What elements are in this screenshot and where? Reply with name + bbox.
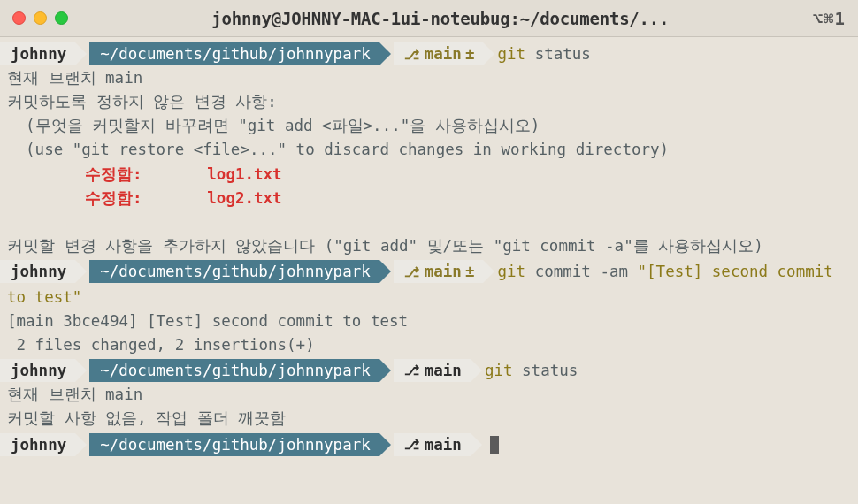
output-line: 커밋할 변경 사항을 추가하지 않았습니다 ("git add" 및/또는 "g… [0,234,858,258]
prompt-branch-segment: ⎇main [394,359,471,382]
modified-label: 수정함: [85,189,142,207]
prompt-branch: main [425,45,462,63]
command-args: status [522,362,578,379]
prompt-branch: main [425,432,462,457]
window-titlebar: johnny@JOHNNY-MAC-1ui-noteubug:~/documen… [0,0,858,37]
prompt-user-segment: johnny [0,42,75,65]
prompt-line: johnny~/documents/github/johnnypark⎇main… [0,258,858,309]
prompt-line: johnny~/documents/github/johnnypark⎇main… [0,41,858,66]
output-line: (무엇을 커밋할지 바꾸려면 "git add <파일>..."을 사용하십시오… [0,114,858,138]
close-icon[interactable] [12,11,26,25]
dirty-marker: ± [465,263,475,280]
command-git: git [497,263,525,280]
command-git: git [485,362,513,379]
output-line: (use "git restore <file>..." to discard … [0,138,858,162]
modified-file: log2.txt [207,189,281,207]
command-args: status [535,45,591,63]
window-shortcut: ⌥⌘1 [813,9,846,28]
prompt-path: ~/documents/github/johnnypark [100,42,371,66]
git-branch-icon: ⎇ [404,358,419,383]
prompt-branch: main [425,358,462,383]
prompt-user-segment: johnny [0,433,75,456]
prompt-path-segment: ~/documents/github/johnnypark [89,433,379,456]
prompt-path: ~/documents/github/johnnypark [100,259,371,284]
git-branch-icon: ⎇ [404,432,419,457]
prompt-user: johnny [11,432,66,457]
prompt-branch-segment: ⎇main± [394,42,484,65]
prompt-path-segment: ~/documents/github/johnnypark [89,359,379,382]
git-branch-icon: ⎇ [404,47,419,63]
output-line: 현재 브랜치 main [0,66,858,90]
traffic-lights [12,11,68,25]
cursor-icon [490,436,499,454]
terminal-output[interactable]: johnny~/documents/github/johnnypark⎇main… [0,37,858,456]
window-title: johnny@JOHNNY-MAC-1ui-noteubug:~/documen… [76,9,805,28]
prompt-path: ~/documents/github/johnnypark [100,432,371,457]
prompt-user-segment: johnny [0,260,75,283]
output-line: [main 3bce494] [Test] second commit to t… [0,309,858,333]
maximize-icon[interactable] [55,11,68,25]
prompt-user-segment: johnny [0,359,75,382]
prompt-branch: main [425,263,462,280]
command-args: commit -am [535,263,628,280]
blank-line [0,210,858,234]
prompt-line: johnny~/documents/github/johnnypark⎇main… [0,357,858,383]
output-line: 커밋하도록 정하지 않은 변경 사항: [0,90,858,114]
output-line: 커밋할 사항 없음, 작업 폴더 깨끗함 [0,407,858,431]
prompt-branch-segment: ⎇main [394,433,471,456]
output-line: 수정함: log1.txt [0,163,858,187]
prompt-user: johnny [11,42,66,66]
modified-label: 수정함: [85,165,142,183]
prompt-user: johnny [11,259,66,284]
prompt-path-segment: ~/documents/github/johnnypark [89,42,379,65]
output-line: 수정함: log2.txt [0,187,858,210]
modified-file: log1.txt [207,165,281,183]
prompt-line-current[interactable]: johnny~/documents/github/johnnypark⎇main [0,431,858,456]
prompt-branch-segment: ⎇main± [394,260,484,283]
output-line: 2 files changed, 2 insertions(+) [0,333,858,357]
command-git: git [497,45,525,63]
prompt-path: ~/documents/github/johnnypark [100,358,371,383]
dirty-marker: ± [465,45,475,63]
prompt-path-segment: ~/documents/github/johnnypark [89,260,379,283]
git-branch-icon: ⎇ [404,264,419,280]
output-line: 현재 브랜치 main [0,383,858,407]
prompt-user: johnny [11,358,66,383]
minimize-icon[interactable] [34,11,47,25]
